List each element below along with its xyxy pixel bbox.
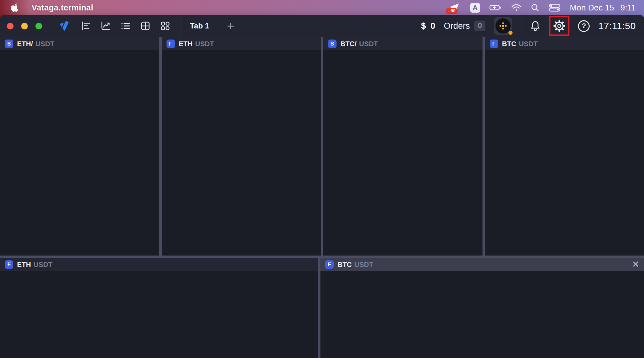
- currency-symbol: $: [421, 21, 426, 31]
- settings-gear-icon[interactable]: [553, 20, 566, 32]
- close-panel-icon[interactable]: ✕: [632, 260, 639, 269]
- panel-eth-usdt-futures-2: F ETHUSDT: [0, 258, 318, 358]
- zoom-window-button[interactable]: [35, 23, 42, 29]
- panel-body: [162, 51, 321, 256]
- menubar-clock[interactable]: Mon Dec 15 9:11: [570, 3, 636, 13]
- table-layout-icon[interactable]: [140, 20, 151, 32]
- panel-eth-usdt-spot: S ETH/USDT: [0, 37, 159, 256]
- grid-layout-icon[interactable]: [160, 20, 171, 32]
- futures-badge: F: [490, 40, 498, 48]
- menubar-date: Mon Dec 15: [570, 3, 614, 13]
- apple-menu-icon[interactable]: [11, 3, 19, 12]
- battery-icon[interactable]: [489, 4, 502, 11]
- binance-account-button[interactable]: [494, 17, 512, 35]
- panel-body: [485, 51, 644, 256]
- balance-value: 0: [431, 21, 435, 31]
- orderbook-view-icon[interactable]: [81, 21, 91, 31]
- panel-eth-usdt-futures: F ETHUSDT: [162, 37, 321, 256]
- vataga-logo-icon[interactable]: [58, 20, 70, 32]
- settings-highlight-box: [549, 16, 569, 36]
- futures-badge: F: [167, 40, 175, 48]
- toolbar-right-cluster: $ 0 Orders 0: [421, 16, 644, 36]
- pair-label: ETHUSDT: [179, 40, 214, 48]
- orders-label: Orders: [444, 21, 470, 31]
- top-row: S ETH/USDT F ETHUSDT S BTC/USDT: [0, 37, 644, 256]
- account-balance: $ 0: [421, 21, 435, 31]
- app-toolbar: Tab 1 + $ 0 Orders 0: [0, 15, 644, 37]
- view-buttons: [81, 20, 171, 32]
- pair-label: ETHUSDT: [17, 261, 52, 269]
- pair-label: BTC/USDT: [340, 40, 378, 48]
- notification-count-badge: ..90: [446, 8, 458, 14]
- vataga-terminal-window: Tab 1 + $ 0 Orders 0: [0, 15, 644, 358]
- minimize-window-button[interactable]: [21, 23, 28, 29]
- pair-label: ETH/USDT: [17, 40, 54, 48]
- messenger-menubar-icon[interactable]: ..90: [448, 2, 461, 13]
- panel-body: [323, 51, 483, 256]
- panel-btc-usdt-futures: F BTCUSDT: [485, 37, 644, 256]
- keyboard-layout-indicator[interactable]: A: [470, 3, 480, 13]
- workspace-grid: S ETH/USDT F ETHUSDT S BTC/USDT: [0, 37, 644, 358]
- orders-indicator[interactable]: Orders 0: [444, 21, 486, 31]
- menubar-app-name[interactable]: Vataga.terminal: [32, 3, 93, 13]
- panel-btc-usdt-futures-2: F BTCUSDT ✕: [320, 258, 644, 358]
- orders-count-badge: 0: [474, 21, 485, 31]
- panel-btc-usdt-spot: S BTC/USDT: [323, 37, 483, 256]
- menubar-time: 9:11: [620, 3, 636, 13]
- help-icon[interactable]: ?: [578, 20, 590, 32]
- panel-header[interactable]: S ETH/USDT: [0, 37, 159, 51]
- macos-menubar: Vataga.terminal ..90 A: [0, 0, 644, 15]
- panel-header[interactable]: F ETHUSDT: [0, 258, 318, 271]
- connection-status-dot: [508, 30, 513, 35]
- notifications-bell-icon[interactable]: [530, 20, 541, 32]
- chart-view-icon[interactable]: [100, 20, 111, 32]
- bottom-row: F ETHUSDT F BTCUSDT ✕: [0, 258, 644, 358]
- terminal-clock: 17:11:50: [598, 21, 636, 31]
- add-tab-button[interactable]: +: [219, 15, 242, 37]
- list-view-icon[interactable]: [120, 21, 131, 31]
- futures-badge: F: [5, 260, 13, 269]
- tab-1[interactable]: Tab 1: [180, 15, 219, 37]
- control-center-icon[interactable]: [549, 4, 560, 12]
- window-controls: [0, 23, 50, 29]
- spot-badge: S: [328, 40, 337, 48]
- wifi-icon[interactable]: [511, 3, 521, 12]
- spot-badge: S: [5, 40, 13, 48]
- panel-body: [320, 271, 644, 358]
- panel-header[interactable]: F ETHUSDT: [162, 37, 321, 51]
- toolbar-separator: [521, 19, 521, 33]
- panel-header-active[interactable]: F BTCUSDT ✕: [320, 258, 644, 271]
- pair-label: BTCUSDT: [502, 40, 538, 48]
- futures-badge: F: [325, 260, 334, 269]
- close-window-button[interactable]: [7, 23, 14, 29]
- panel-body: [0, 51, 159, 256]
- panel-header[interactable]: F BTCUSDT: [485, 37, 644, 51]
- spotlight-search-icon[interactable]: [531, 3, 539, 12]
- panel-header[interactable]: S BTC/USDT: [323, 37, 483, 51]
- panel-body: [0, 271, 318, 358]
- pair-label: BTCUSDT: [337, 261, 373, 269]
